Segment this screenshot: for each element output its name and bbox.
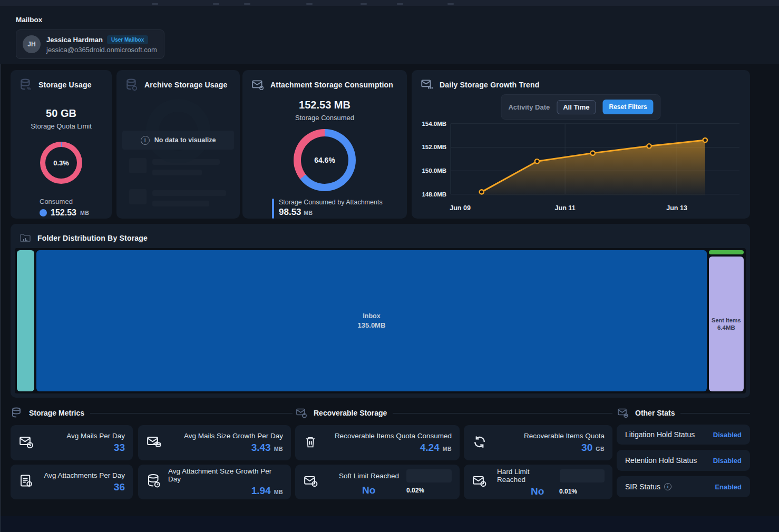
- other-stats-header: Other Stats: [617, 407, 750, 419]
- cropped-top-navigation: [0, 0, 779, 6]
- left-edge-line: [0, 64, 1, 532]
- treemap-folder-name: Sent Items: [712, 317, 741, 323]
- treemap-cell[interactable]: [17, 250, 34, 391]
- section-divider: [680, 413, 750, 413]
- litigation-hold-row: Litigation Hold Status Disabled: [617, 425, 750, 445]
- metric-unit: MB: [274, 489, 283, 495]
- info-icon: i: [141, 136, 150, 145]
- activity-date-label: Activity Date: [508, 103, 550, 111]
- limit-label: Soft Limit Reached: [339, 472, 399, 480]
- consumed-unit: MB: [80, 210, 89, 216]
- treemap-cell-sent-items[interactable]: Sent Items6.4MB: [709, 257, 744, 391]
- info-icon[interactable]: i: [664, 483, 671, 490]
- activity-date-dropdown[interactable]: All Time: [557, 100, 596, 114]
- metric-card-avg-mails: Avg Mails Per Day 33: [11, 425, 133, 460]
- attachment-storage-card: Attachment Storage Consumption 152.53 MB…: [242, 70, 407, 219]
- svg-text:Jun 13: Jun 13: [666, 204, 687, 212]
- cropped-tab-remnant: [244, 3, 250, 5]
- avatar: JH: [23, 35, 41, 53]
- envelope-alert-icon: [472, 473, 488, 491]
- cropped-tab-remnant: [306, 3, 313, 5]
- database-gauge-icon: [146, 473, 162, 491]
- treemap-folder-name: Inbox: [363, 312, 380, 320]
- consumed-legend-dot: [40, 209, 47, 216]
- treemap-cell-inbox[interactable]: Inbox135.0MB: [36, 250, 707, 391]
- svg-text:Jun 11: Jun 11: [555, 204, 576, 212]
- hard-limit-card: Hard Limit Reached No 0.01%: [464, 465, 612, 499]
- folder-chart-icon: [19, 232, 32, 244]
- metric-card-avg-attachment-size: Avg Attachment Size Growth Per Day 1.94M…: [138, 465, 291, 499]
- metric-unit: GB: [596, 446, 605, 452]
- growth-trend-card: Daily Storage Growth Trend Activity Date…: [412, 70, 750, 219]
- skeleton-row: [129, 189, 240, 206]
- cropped-tab-remnant: [152, 3, 158, 5]
- daily-growth-line-chart[interactable]: 148.0MB150.0MB152.0MB154.0MBJun 09Jun 11…: [420, 119, 743, 214]
- trash-icon: [303, 434, 318, 452]
- metric-label: Recoverable Items Quota: [524, 432, 605, 440]
- legend-color-bar: [272, 199, 274, 219]
- metric-label: Avg Mails Size Growth Per Day: [184, 432, 283, 440]
- limit-progress-bar: [560, 469, 605, 482]
- envelope-paperclip-icon: [251, 78, 265, 92]
- limit-progress-bar: [406, 469, 452, 482]
- legend-value: 98.53: [279, 207, 301, 217]
- envelope-restore-icon: [295, 407, 308, 419]
- card-title: Daily Storage Growth Trend: [440, 81, 540, 89]
- legend-label: Storage Consumed by Attachments: [279, 199, 383, 206]
- chart-filter-bar: Activity Date All Time Reset Filters: [501, 94, 660, 120]
- limit-percent: 0.02%: [406, 487, 452, 494]
- stat-value: Disabled: [713, 457, 742, 465]
- attachment-donut-chart: 64.6%: [294, 129, 356, 191]
- section-title: Storage Metrics: [29, 409, 84, 417]
- section-divider: [90, 413, 293, 413]
- svg-text:152.0MB: 152.0MB: [422, 144, 446, 151]
- envelope-database-icon: [146, 434, 162, 452]
- quota-label: Storage Quota Limit: [11, 122, 112, 130]
- selected-mailbox-card[interactable]: JH Jessica Hardman User Mailbox jessica@…: [16, 29, 164, 59]
- treemap-folder-size: 135.0MB: [358, 321, 386, 329]
- metric-card-avg-attachments: Avg Attachments Per Day 36: [11, 465, 133, 499]
- mailbox-section-label: Mailbox: [16, 16, 42, 24]
- metric-value: 1.94: [251, 485, 271, 497]
- total-label: Storage Consumed: [242, 114, 407, 122]
- metric-value: 30: [581, 442, 592, 454]
- donut-percent: 0.3%: [40, 142, 82, 184]
- bottom-strip: [0, 516, 779, 532]
- storage-metrics-header: Storage Metrics: [11, 407, 293, 419]
- svg-text:%: %: [27, 86, 31, 91]
- svg-text:154.0MB: 154.0MB: [422, 121, 446, 127]
- storage-usage-donut-chart: 0.3%: [40, 142, 82, 184]
- card-title: Attachment Storage Consumption: [270, 81, 393, 89]
- metric-card-avg-mail-size: Avg Mails Size Growth Per Day 3.43MB: [138, 425, 291, 460]
- no-data-message: No data to visualize: [154, 136, 216, 144]
- section-title: Other Stats: [635, 409, 675, 417]
- mailbox-email: jessica@o365droid.onmicrosoft.com: [46, 46, 157, 54]
- envelope-alert-icon: [303, 473, 319, 491]
- treemap-cell-small[interactable]: [709, 250, 744, 254]
- envelope-dots-icon: [617, 407, 629, 419]
- limit-label: Hard Limit Reached: [497, 468, 560, 484]
- recoverable-storage-header: Recoverable Storage: [295, 407, 612, 419]
- section-title: Recoverable Storage: [314, 409, 387, 417]
- svg-text:Jun 09: Jun 09: [450, 204, 471, 212]
- folder-treemap: Inbox135.0MBSent Items6.4MB: [15, 248, 746, 393]
- no-data-banner: i No data to visualize: [122, 131, 234, 150]
- stat-label: Litigation Hold Status: [625, 430, 695, 439]
- metric-label: Avg Attachments Per Day: [44, 471, 125, 479]
- consumed-value: 152.53: [51, 208, 76, 218]
- envelope-clock-icon: [18, 434, 34, 452]
- folder-distribution-card: Folder Distribution By Storage Inbox135.…: [11, 224, 750, 398]
- stat-value: Enabled: [715, 483, 742, 491]
- section-divider: [393, 413, 612, 413]
- mailbox-header-panel: Mailbox JH Jessica Hardman User Mailbox …: [0, 6, 779, 64]
- limit-value: No: [531, 486, 544, 497]
- metric-label: Recoverable Items Quota Consumed: [335, 432, 452, 440]
- quota-value: 50 GB: [11, 107, 112, 120]
- treemap-folder-size: 6.4MB: [717, 324, 735, 331]
- sir-status-row: SIR Statusi Enabled: [617, 476, 750, 497]
- stat-label: SIR Status: [625, 482, 660, 491]
- database-archive-icon: [125, 78, 139, 92]
- retention-hold-row: Retention Hold Status Disabled: [617, 450, 750, 471]
- reset-filters-button[interactable]: Reset Filters: [603, 100, 654, 114]
- limit-percent: 0.01%: [559, 488, 605, 495]
